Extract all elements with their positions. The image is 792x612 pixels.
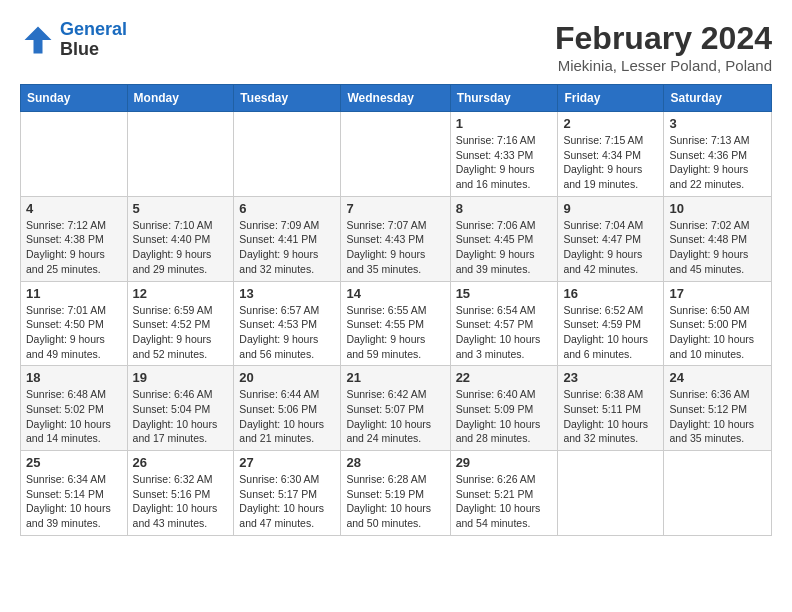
page-header: General Blue February 2024 Miekinia, Les… xyxy=(20,20,772,74)
day-cell: 4Sunrise: 7:12 AMSunset: 4:38 PMDaylight… xyxy=(21,196,128,281)
day-number: 8 xyxy=(456,201,553,216)
day-number: 23 xyxy=(563,370,658,385)
day-info: Sunrise: 7:12 AMSunset: 4:38 PMDaylight:… xyxy=(26,218,122,277)
day-cell: 26Sunrise: 6:32 AMSunset: 5:16 PMDayligh… xyxy=(127,451,234,536)
day-info: Sunrise: 6:40 AMSunset: 5:09 PMDaylight:… xyxy=(456,387,553,446)
day-cell: 6Sunrise: 7:09 AMSunset: 4:41 PMDaylight… xyxy=(234,196,341,281)
day-cell: 17Sunrise: 6:50 AMSunset: 5:00 PMDayligh… xyxy=(664,281,772,366)
subtitle: Miekinia, Lesser Poland, Poland xyxy=(555,57,772,74)
day-number: 15 xyxy=(456,286,553,301)
day-info: Sunrise: 6:55 AMSunset: 4:55 PMDaylight:… xyxy=(346,303,444,362)
day-cell: 16Sunrise: 6:52 AMSunset: 4:59 PMDayligh… xyxy=(558,281,664,366)
day-number: 28 xyxy=(346,455,444,470)
day-number: 3 xyxy=(669,116,766,131)
day-info: Sunrise: 7:10 AMSunset: 4:40 PMDaylight:… xyxy=(133,218,229,277)
day-number: 17 xyxy=(669,286,766,301)
header-cell-monday: Monday xyxy=(127,85,234,112)
calendar-header: SundayMondayTuesdayWednesdayThursdayFrid… xyxy=(21,85,772,112)
day-info: Sunrise: 6:36 AMSunset: 5:12 PMDaylight:… xyxy=(669,387,766,446)
day-cell: 10Sunrise: 7:02 AMSunset: 4:48 PMDayligh… xyxy=(664,196,772,281)
calendar-table: SundayMondayTuesdayWednesdayThursdayFrid… xyxy=(20,84,772,536)
day-cell: 15Sunrise: 6:54 AMSunset: 4:57 PMDayligh… xyxy=(450,281,558,366)
day-info: Sunrise: 7:04 AMSunset: 4:47 PMDaylight:… xyxy=(563,218,658,277)
day-cell: 19Sunrise: 6:46 AMSunset: 5:04 PMDayligh… xyxy=(127,366,234,451)
day-info: Sunrise: 7:13 AMSunset: 4:36 PMDaylight:… xyxy=(669,133,766,192)
day-info: Sunrise: 6:30 AMSunset: 5:17 PMDaylight:… xyxy=(239,472,335,531)
header-cell-wednesday: Wednesday xyxy=(341,85,450,112)
day-info: Sunrise: 6:26 AMSunset: 5:21 PMDaylight:… xyxy=(456,472,553,531)
header-cell-saturday: Saturday xyxy=(664,85,772,112)
day-cell: 24Sunrise: 6:36 AMSunset: 5:12 PMDayligh… xyxy=(664,366,772,451)
day-cell: 11Sunrise: 7:01 AMSunset: 4:50 PMDayligh… xyxy=(21,281,128,366)
header-cell-sunday: Sunday xyxy=(21,85,128,112)
logo-line2: Blue xyxy=(60,40,127,60)
day-number: 10 xyxy=(669,201,766,216)
day-info: Sunrise: 6:48 AMSunset: 5:02 PMDaylight:… xyxy=(26,387,122,446)
day-number: 6 xyxy=(239,201,335,216)
day-cell: 20Sunrise: 6:44 AMSunset: 5:06 PMDayligh… xyxy=(234,366,341,451)
day-number: 21 xyxy=(346,370,444,385)
day-number: 22 xyxy=(456,370,553,385)
day-number: 19 xyxy=(133,370,229,385)
day-number: 9 xyxy=(563,201,658,216)
day-number: 26 xyxy=(133,455,229,470)
day-number: 1 xyxy=(456,116,553,131)
week-row-4: 25Sunrise: 6:34 AMSunset: 5:14 PMDayligh… xyxy=(21,451,772,536)
logo-line1: General xyxy=(60,19,127,39)
day-info: Sunrise: 6:52 AMSunset: 4:59 PMDaylight:… xyxy=(563,303,658,362)
day-cell: 29Sunrise: 6:26 AMSunset: 5:21 PMDayligh… xyxy=(450,451,558,536)
day-cell: 1Sunrise: 7:16 AMSunset: 4:33 PMDaylight… xyxy=(450,112,558,197)
logo: General Blue xyxy=(20,20,127,60)
day-number: 14 xyxy=(346,286,444,301)
day-cell: 8Sunrise: 7:06 AMSunset: 4:45 PMDaylight… xyxy=(450,196,558,281)
day-cell xyxy=(558,451,664,536)
day-info: Sunrise: 6:32 AMSunset: 5:16 PMDaylight:… xyxy=(133,472,229,531)
day-number: 18 xyxy=(26,370,122,385)
day-number: 12 xyxy=(133,286,229,301)
day-info: Sunrise: 7:02 AMSunset: 4:48 PMDaylight:… xyxy=(669,218,766,277)
main-title: February 2024 xyxy=(555,20,772,57)
day-info: Sunrise: 6:59 AMSunset: 4:52 PMDaylight:… xyxy=(133,303,229,362)
day-number: 5 xyxy=(133,201,229,216)
day-info: Sunrise: 6:50 AMSunset: 5:00 PMDaylight:… xyxy=(669,303,766,362)
day-number: 20 xyxy=(239,370,335,385)
day-cell xyxy=(21,112,128,197)
day-info: Sunrise: 7:01 AMSunset: 4:50 PMDaylight:… xyxy=(26,303,122,362)
day-cell: 9Sunrise: 7:04 AMSunset: 4:47 PMDaylight… xyxy=(558,196,664,281)
day-cell: 5Sunrise: 7:10 AMSunset: 4:40 PMDaylight… xyxy=(127,196,234,281)
day-cell: 3Sunrise: 7:13 AMSunset: 4:36 PMDaylight… xyxy=(664,112,772,197)
day-cell: 28Sunrise: 6:28 AMSunset: 5:19 PMDayligh… xyxy=(341,451,450,536)
day-cell: 12Sunrise: 6:59 AMSunset: 4:52 PMDayligh… xyxy=(127,281,234,366)
day-info: Sunrise: 6:34 AMSunset: 5:14 PMDaylight:… xyxy=(26,472,122,531)
logo-text: General Blue xyxy=(60,20,127,60)
header-cell-tuesday: Tuesday xyxy=(234,85,341,112)
header-cell-friday: Friday xyxy=(558,85,664,112)
day-info: Sunrise: 6:28 AMSunset: 5:19 PMDaylight:… xyxy=(346,472,444,531)
day-cell: 21Sunrise: 6:42 AMSunset: 5:07 PMDayligh… xyxy=(341,366,450,451)
day-info: Sunrise: 6:57 AMSunset: 4:53 PMDaylight:… xyxy=(239,303,335,362)
day-info: Sunrise: 7:16 AMSunset: 4:33 PMDaylight:… xyxy=(456,133,553,192)
day-cell: 22Sunrise: 6:40 AMSunset: 5:09 PMDayligh… xyxy=(450,366,558,451)
day-cell: 7Sunrise: 7:07 AMSunset: 4:43 PMDaylight… xyxy=(341,196,450,281)
day-number: 29 xyxy=(456,455,553,470)
day-info: Sunrise: 7:07 AMSunset: 4:43 PMDaylight:… xyxy=(346,218,444,277)
day-cell xyxy=(341,112,450,197)
day-number: 11 xyxy=(26,286,122,301)
week-row-2: 11Sunrise: 7:01 AMSunset: 4:50 PMDayligh… xyxy=(21,281,772,366)
day-info: Sunrise: 6:46 AMSunset: 5:04 PMDaylight:… xyxy=(133,387,229,446)
week-row-1: 4Sunrise: 7:12 AMSunset: 4:38 PMDaylight… xyxy=(21,196,772,281)
title-block: February 2024 Miekinia, Lesser Poland, P… xyxy=(555,20,772,74)
day-cell: 13Sunrise: 6:57 AMSunset: 4:53 PMDayligh… xyxy=(234,281,341,366)
day-number: 24 xyxy=(669,370,766,385)
day-number: 7 xyxy=(346,201,444,216)
day-cell xyxy=(234,112,341,197)
day-cell: 14Sunrise: 6:55 AMSunset: 4:55 PMDayligh… xyxy=(341,281,450,366)
day-number: 4 xyxy=(26,201,122,216)
day-cell: 2Sunrise: 7:15 AMSunset: 4:34 PMDaylight… xyxy=(558,112,664,197)
day-cell xyxy=(664,451,772,536)
day-number: 27 xyxy=(239,455,335,470)
day-cell xyxy=(127,112,234,197)
week-row-3: 18Sunrise: 6:48 AMSunset: 5:02 PMDayligh… xyxy=(21,366,772,451)
day-cell: 25Sunrise: 6:34 AMSunset: 5:14 PMDayligh… xyxy=(21,451,128,536)
day-number: 25 xyxy=(26,455,122,470)
